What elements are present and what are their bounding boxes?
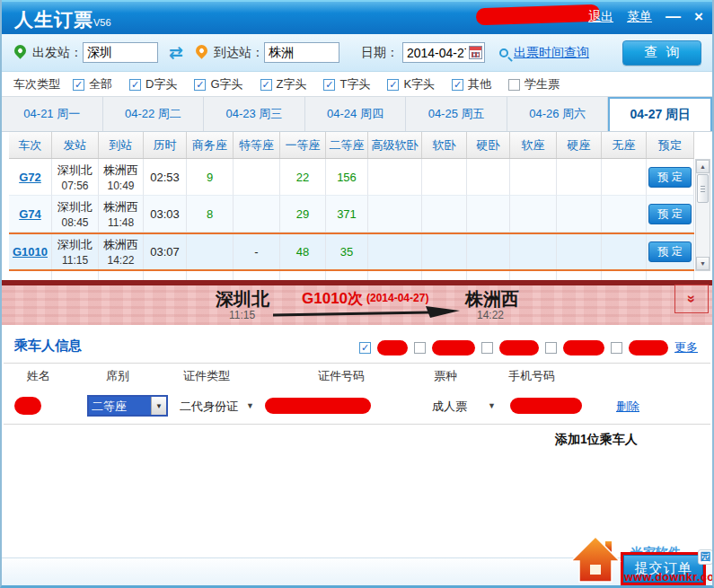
passenger-checkbox[interactable] (481, 342, 493, 354)
query-button[interactable]: 查询 (622, 40, 701, 66)
scrollbar-thumb[interactable] (697, 174, 709, 203)
checkbox-checked-icon[interactable]: ✓ (260, 79, 272, 91)
redaction (377, 340, 408, 355)
table-cell (187, 234, 234, 269)
to-label: 到达站： (214, 45, 264, 61)
table-cell: G72 (9, 159, 52, 196)
tab-04-24[interactable]: 04-24 周四 (305, 97, 407, 131)
table-cell (368, 234, 422, 269)
filter-option-z[interactable]: ✓ Z字头 (260, 76, 307, 92)
seat-count: - (254, 245, 258, 259)
passenger-checkbox-checked[interactable]: ✓ (359, 342, 371, 354)
filter-option-t[interactable]: ✓ T字头 (323, 76, 370, 92)
train-link[interactable]: G72 (19, 171, 41, 184)
passenger-row: 二等座 ▼ 二代身份证 ▼ 成人票 ▼ 删除 (2, 395, 712, 420)
trip-from-station: 深圳北 (216, 287, 269, 312)
tab-04-22[interactable]: 04-22 周二 (103, 97, 205, 131)
scroll-up-icon[interactable]: ▲ (696, 160, 710, 173)
app-title: 人生订票V56 (14, 7, 111, 32)
train-link[interactable]: G1010 (13, 245, 48, 259)
menu-link[interactable]: 菜单 (627, 9, 652, 25)
filter-option-label: K字头 (403, 76, 435, 92)
filter-option-label: 学生票 (524, 76, 560, 92)
swap-stations-icon[interactable]: ⇄ (169, 42, 183, 63)
filter-option-student[interactable]: 学生票 (508, 76, 560, 92)
redaction (629, 340, 668, 355)
tab-04-23[interactable]: 04-23 周三 (204, 97, 305, 131)
delete-passenger-link[interactable]: 删除 (616, 399, 639, 415)
table-cell (602, 196, 647, 233)
redaction (563, 340, 604, 355)
seat-count: 29 (296, 207, 309, 221)
to-station-input[interactable] (264, 42, 339, 63)
watermark-badge: 园 (698, 549, 713, 565)
column-header: 特等座 (234, 132, 280, 158)
table-scrollbar[interactable]: ▲ ▼ (695, 159, 710, 271)
ticket-time-query-link[interactable]: 出票时间查询 (514, 45, 589, 61)
dep-time: 11:15 (62, 254, 88, 267)
more-passengers-link[interactable]: 更多 (674, 339, 698, 355)
minimize-button[interactable]: — (666, 8, 681, 26)
book-button[interactable]: 预 定 (648, 167, 692, 188)
tab-04-26[interactable]: 04-26 周六 (507, 97, 609, 131)
filter-option-all[interactable]: ✓ 全部 (73, 76, 112, 92)
chevron-down-icon: » (687, 295, 696, 303)
table-cell (234, 159, 280, 196)
filter-option-g[interactable]: ✓ G字头 (194, 76, 242, 92)
column-header: 无座 (602, 132, 647, 158)
to-station: 株洲西 (103, 199, 138, 215)
table-cell: 预 定 (647, 159, 694, 196)
filter-option-k[interactable]: ✓ K字头 (387, 76, 435, 92)
book-button[interactable]: 预 定 (648, 241, 692, 262)
tab-04-27-selected[interactable]: 04-27 周日 (608, 97, 712, 131)
train-link[interactable]: G74 (19, 207, 41, 221)
checkbox-checked-icon[interactable]: ✓ (323, 79, 335, 91)
checkbox-unchecked-icon[interactable] (508, 79, 520, 91)
chevron-down-icon[interactable]: ▼ (151, 397, 166, 415)
date-tabs: 04-21 周一 04-22 周二 04-23 周三 04-24 周四 04-2… (2, 96, 712, 132)
calendar-icon[interactable] (469, 46, 482, 59)
form-header-id-type: 证件类型 (183, 368, 230, 384)
form-header-phone: 手机号码 (508, 368, 555, 384)
date-field (402, 42, 485, 63)
scrollbar-track[interactable] (696, 204, 710, 257)
dep-time: 07:56 (61, 180, 88, 192)
duration: 03:07 (150, 245, 180, 259)
close-button[interactable]: × (694, 8, 703, 26)
checkbox-checked-icon[interactable]: ✓ (452, 79, 463, 91)
chevron-down-icon[interactable]: ▼ (246, 401, 254, 410)
passenger-checkbox[interactable] (414, 342, 426, 354)
passenger-checkbox[interactable] (545, 342, 557, 354)
passenger-checkbox[interactable] (611, 342, 622, 354)
ticket-type-dropdown[interactable]: 成人票 (432, 399, 467, 415)
checkbox-checked-icon[interactable]: ✓ (73, 79, 84, 91)
checkbox-checked-icon[interactable]: ✓ (194, 79, 206, 91)
collapse-panel-button[interactable]: » (674, 285, 709, 313)
logout-link[interactable]: 退出 (588, 9, 613, 25)
id-type-dropdown[interactable]: 二代身份证 (180, 399, 238, 415)
table-cell: 22 (280, 159, 326, 196)
chevron-down-icon[interactable]: ▼ (488, 401, 496, 410)
checkbox-checked-icon[interactable]: ✓ (129, 79, 141, 91)
filter-option-other[interactable]: ✓ 其他 (452, 76, 491, 92)
book-button[interactable]: 预 定 (648, 204, 692, 224)
filter-label: 车次类型 (13, 76, 60, 92)
passenger-section-title: 乘车人信息 (14, 338, 82, 355)
form-header-ticket-type: 票种 (434, 368, 457, 384)
add-passenger-label[interactable]: 添加1位乘车人 (555, 432, 638, 448)
tab-04-25[interactable]: 04-25 周五 (406, 97, 507, 131)
scroll-down-icon[interactable]: ▼ (696, 257, 710, 270)
train-table-header: 车次 发站 到站 历时 商务座 特等座 一等座 二等座 高级软卧 软卧 硬卧 软… (9, 132, 694, 159)
filter-option-label: G字头 (210, 76, 242, 92)
column-header: 二等座 (326, 132, 368, 158)
filter-option-d[interactable]: ✓ D字头 (129, 76, 177, 92)
table-cell (602, 159, 647, 196)
column-header: 软卧 (422, 132, 467, 158)
tab-04-21[interactable]: 04-21 周一 (2, 97, 103, 131)
departure-pin-icon (12, 42, 28, 58)
checkbox-checked-icon[interactable]: ✓ (387, 79, 399, 91)
seat-class-dropdown[interactable]: 二等座 ▼ (87, 395, 168, 417)
filter-option-label: T字头 (339, 76, 370, 92)
from-station-input[interactable] (83, 42, 158, 63)
arr-time: 14:22 (107, 254, 134, 267)
